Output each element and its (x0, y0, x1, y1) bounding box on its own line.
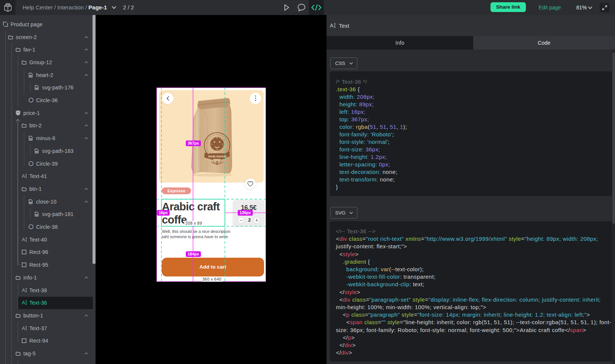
svg-text:A: A (22, 325, 25, 331)
svg-text:A: A (22, 300, 25, 305)
svg-text:A: A (22, 237, 25, 242)
svg-text:A: A (22, 173, 25, 179)
svg-text:A: A (330, 23, 334, 29)
svg-text:A: A (22, 287, 25, 293)
